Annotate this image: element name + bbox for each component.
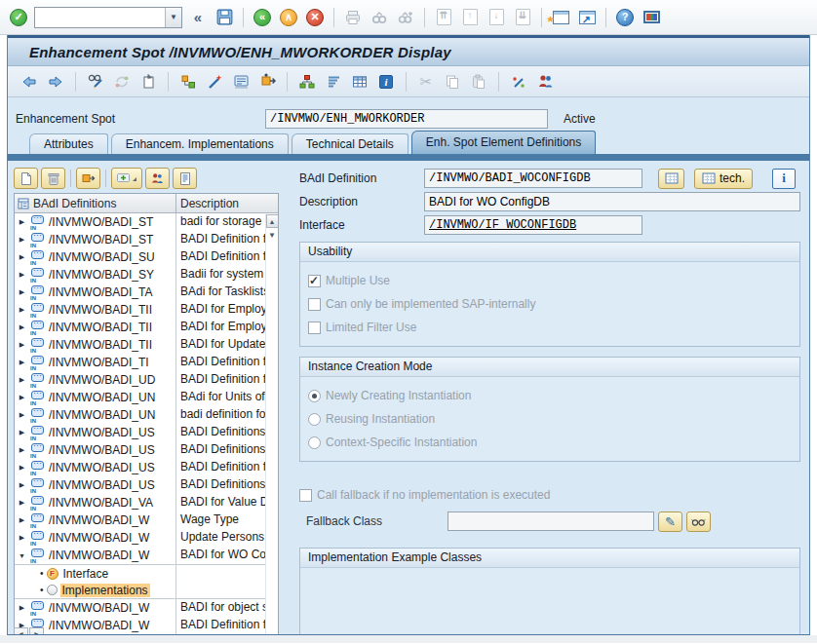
tree-row[interactable]: ▶IN/INVMWO/BADI_STbadi for storage lo	[15, 213, 278, 231]
pattern-button[interactable]	[205, 72, 224, 92]
tree-cell-name[interactable]: ▶IN/INVMWO/BADI_TA	[15, 284, 176, 301]
tree-cell-description[interactable]: badi definition for	[176, 406, 278, 424]
tree-cell-name[interactable]: ▶IN/INVMWO/BADI_US	[15, 441, 176, 459]
chevron-collapsed-icon[interactable]: ▶	[18, 236, 26, 244]
hierarchy-button[interactable]	[297, 72, 317, 92]
tree-cell-name[interactable]: ▶IN/INVMWO/BADI_W	[15, 599, 176, 617]
command-field[interactable]: ▼	[34, 7, 182, 28]
enhancement-spot-field[interactable]: /INVMWO/ENH_MWORKORDER	[265, 109, 548, 129]
description-field[interactable]: BADI for WO ConfigDB	[424, 192, 800, 211]
tree-cell-description[interactable]	[176, 582, 278, 598]
badi-definition-field[interactable]: /INVMWO/BADI_WOCONFIGDB	[424, 169, 642, 188]
tree-cell-name[interactable]: ▶IN/INVMWO/BADI_TII	[15, 319, 176, 336]
checkbox[interactable]	[308, 275, 321, 287]
check-button[interactable]	[509, 72, 528, 92]
help-button[interactable]: ?	[614, 7, 636, 28]
tree-cell-description[interactable]: BADI for WO Con	[176, 547, 278, 564]
tree-row[interactable]: ▶IN/INVMWO/BADI_UNBAdi for Units of I	[15, 389, 278, 406]
cancel-button[interactable]: ✕	[304, 7, 326, 28]
chevron-collapsed-icon[interactable]: ▶	[18, 323, 26, 331]
tree-cell-description[interactable]: BADI Definition fo	[176, 617, 278, 634]
users-button[interactable]	[145, 168, 170, 189]
fallback-class-field[interactable]	[447, 511, 654, 531]
tree-cell-description[interactable]: BADI for Update	[176, 336, 278, 354]
tree-row[interactable]: ▶IN/INVMWO/BADI_WUpdate Persons o	[15, 529, 278, 547]
tree-cell-name[interactable]: •Implementations	[15, 582, 176, 598]
sort-button[interactable]	[324, 72, 343, 92]
chevron-collapsed-icon[interactable]: ▶	[18, 341, 26, 349]
cut-button[interactable]: ✂	[416, 72, 436, 92]
back-button[interactable]	[19, 72, 39, 92]
chevron-collapsed-icon[interactable]: ▶	[18, 534, 26, 542]
save-button[interactable]	[214, 7, 235, 28]
scroll-right-button[interactable]: ►	[29, 627, 44, 634]
tree-row[interactable]: ▶IN/INVMWO/BADI_USBADI Definitions f	[15, 441, 278, 459]
tree-row[interactable]: ▶IN/INVMWO/BADI_UNbadi definition for	[15, 406, 278, 424]
chevron-collapsed-icon[interactable]: ▶	[18, 359, 26, 366]
tree-cell-name[interactable]: •FInterface	[15, 565, 176, 582]
tab-enh-spot-element-definitions[interactable]: Enh. Spot Element Definitions	[411, 131, 596, 154]
tree-cell-description[interactable]: BADI Definition fo	[176, 248, 278, 266]
users-button[interactable]	[535, 72, 555, 92]
display-button[interactable]	[686, 511, 711, 532]
tree-cell-description[interactable]: BAdi for Tasklists	[176, 284, 278, 301]
exit-button[interactable]: ∧	[278, 7, 299, 28]
tree-child-label[interactable]: Interface	[61, 567, 111, 581]
chevron-collapsed-icon[interactable]: ▶	[18, 253, 26, 261]
tree-cell-description[interactable]: Badii for system c	[176, 266, 278, 284]
tree-cell-description[interactable]: badi for storage lo	[176, 213, 278, 231]
tree-row[interactable]: ▶IN/INVMWO/BADI_WBADI Definition fo	[15, 617, 278, 634]
chevron-collapsed-icon[interactable]: ▶	[18, 288, 26, 296]
tab-attributes[interactable]: Attributes	[29, 133, 108, 154]
chevron-collapsed-icon[interactable]: ▶	[18, 499, 26, 507]
customize-layout-button[interactable]	[641, 7, 662, 28]
tree-child-implementations[interactable]: •Implementations	[15, 582, 278, 599]
tree-row[interactable]: ▶IN/INVMWO/BADI_TIBADI Definition fo	[15, 354, 278, 371]
display-change-button[interactable]	[86, 72, 105, 92]
chevron-collapsed-icon[interactable]: ▶	[18, 481, 26, 489]
tree-cell-name[interactable]: ▶IN/INVMWO/BADI_VA	[15, 494, 176, 511]
tree-cell-description[interactable]: BADI Definition fo	[176, 459, 278, 476]
tech-button[interactable]: tech.	[694, 169, 753, 189]
first-page-button[interactable]: ⇈	[433, 7, 454, 28]
chevron-collapsed-icon[interactable]: ▶	[18, 306, 26, 314]
forward-button[interactable]	[46, 72, 65, 92]
last-page-button[interactable]: ⇊	[512, 7, 533, 28]
chevron-collapsed-icon[interactable]: ▶	[18, 446, 26, 454]
interface-field[interactable]: /INVMWO/IF_WOCONFIGDB	[424, 215, 642, 235]
tree-cell-name[interactable]: ▶IN/INVMWO/BADI_W	[15, 529, 176, 547]
tree-row[interactable]: ▶IN/INVMWO/BADI_SUBADI Definition fo	[15, 248, 278, 266]
chevron-collapsed-icon[interactable]: ▶	[18, 271, 26, 279]
table-view-button[interactable]	[350, 72, 370, 92]
tree-cell-name[interactable]: ▶IN/INVMWO/BADI_TII	[15, 336, 176, 354]
edit-button[interactable]: ✎	[658, 511, 682, 532]
tree-column-description[interactable]: Description	[176, 194, 278, 212]
grid-button[interactable]	[658, 169, 684, 189]
tree-row[interactable]: ▶IN/INVMWO/BADI_SYBadii for system c	[15, 266, 278, 284]
command-input[interactable]	[35, 8, 165, 27]
radio-button[interactable]	[308, 436, 321, 449]
where-used-button[interactable]	[178, 72, 198, 92]
chevron-down-icon[interactable]: ▼	[165, 8, 181, 27]
tree-cell-name[interactable]: ▶IN/INVMWO/BADI_TII	[15, 301, 176, 319]
tree-vertical-scrollbar[interactable]: ▲ ▼	[265, 214, 278, 634]
tree-child-label[interactable]: Implementations	[60, 584, 150, 597]
tree-cell-name[interactable]: ▶IN/INVMWO/BADI_US	[15, 424, 176, 441]
tree-cell-description[interactable]: Wage Type	[176, 511, 278, 529]
tree-cell-description[interactable]: BADI for Value De	[176, 494, 278, 511]
tab-technical-details[interactable]: Technical Details	[292, 133, 408, 154]
tree-row[interactable]: ▶IN/INVMWO/BADI_UDBADI Definition fo	[15, 371, 278, 389]
tree-cell-description[interactable]: BADI Definition fo	[176, 231, 278, 248]
collapse-toolbar-button[interactable]: «	[187, 7, 209, 28]
scroll-up-button[interactable]: ▲	[266, 214, 279, 228]
tree-cell-description[interactable]: BADI for object s	[176, 599, 278, 617]
tree-row[interactable]: ▼IN/INVMWO/BADI_WBADI for WO Con	[15, 547, 278, 564]
radio-button[interactable]	[308, 390, 321, 402]
transport-button[interactable]	[257, 72, 277, 92]
tree-row[interactable]: ▶IN/INVMWO/BADI_STBADI Definition fo	[15, 231, 278, 248]
tree-cell-description[interactable]: BADI for Employe	[176, 301, 278, 319]
find-next-button[interactable]	[395, 7, 416, 28]
chevron-collapsed-icon[interactable]: ▶	[18, 218, 26, 226]
chevron-collapsed-icon[interactable]: ▶	[18, 464, 26, 472]
tree-cell-name[interactable]: ▶IN/INVMWO/BADI_US	[15, 476, 176, 494]
